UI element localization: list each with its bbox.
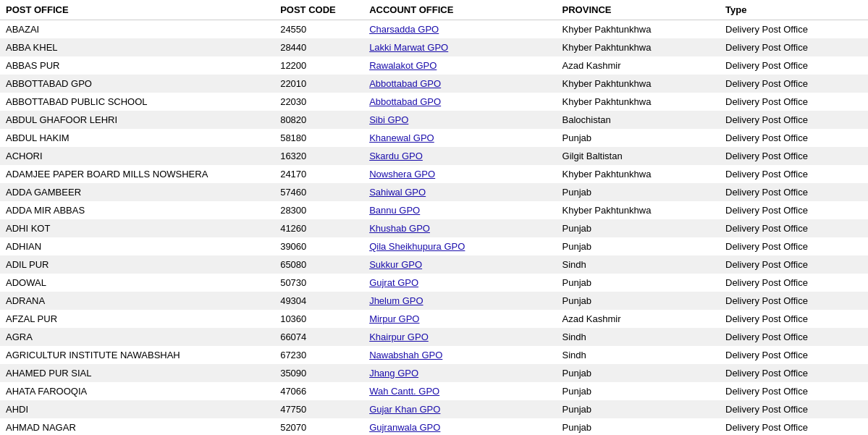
cell-province: Sindh [557, 346, 720, 364]
account-office-link[interactable]: Sibi GPO [369, 114, 408, 125]
cell-account-office[interactable]: Khanewal GPO [363, 129, 556, 147]
table-row: AGRA66074Khairpur GPOSindhDelivery Post … [0, 328, 868, 346]
cell-post-office: ABBOTTABAD GPO [0, 75, 274, 93]
account-office-link[interactable]: Qila Sheikhupura GPO [369, 241, 465, 252]
cell-post-office: AGRA [0, 328, 274, 346]
cell-account-office[interactable]: Wah Cantt. GPO [363, 382, 556, 400]
cell-account-office[interactable]: Jhang GPO [363, 364, 556, 382]
account-office-link[interactable]: Wah Cantt. GPO [369, 386, 439, 397]
cell-account-office[interactable]: Abbottabad GPO [363, 75, 556, 93]
cell-post-code: 49304 [274, 292, 363, 310]
cell-type: Delivery Post Office [720, 237, 868, 255]
cell-account-office[interactable]: Bannu GPO [363, 201, 556, 219]
cell-post-code: 47066 [274, 382, 363, 400]
cell-post-office: AHMAD NAGAR [0, 418, 274, 435]
cell-province: Punjab [557, 364, 720, 382]
cell-post-office: ADOWAL [0, 274, 274, 292]
account-office-link[interactable]: Sahiwal GPO [369, 187, 426, 198]
cell-type: Delivery Post Office [720, 292, 868, 310]
account-office-link[interactable]: Gujranwala GPO [369, 422, 440, 433]
account-office-link[interactable]: Jhelum GPO [369, 295, 423, 306]
cell-type: Delivery Post Office [720, 38, 868, 56]
header-account-office: ACCOUNT OFFICE [363, 0, 556, 20]
cell-post-office: ADHI KOT [0, 219, 274, 237]
cell-account-office[interactable]: Mirpur GPO [363, 310, 556, 328]
table-row: ABBOTTABAD GPO22010Abbottabad GPOKhyber … [0, 75, 868, 93]
cell-province: Sindh [557, 328, 720, 346]
account-office-link[interactable]: Nawabshah GPO [369, 350, 442, 360]
cell-account-office[interactable]: Charsadda GPO [363, 20, 556, 39]
cell-account-office[interactable]: Qila Sheikhupura GPO [363, 237, 556, 255]
cell-post-code: 41260 [274, 219, 363, 237]
cell-account-office[interactable]: Khairpur GPO [363, 328, 556, 346]
cell-province: Punjab [557, 219, 720, 237]
account-office-link[interactable]: Gujar Khan GPO [369, 404, 440, 415]
account-office-link[interactable]: Sukkur GPO [369, 259, 422, 270]
account-office-link[interactable]: Mirpur GPO [369, 313, 419, 324]
cell-province: Khyber Pakhtunkhwa [557, 165, 720, 183]
cell-post-code: 22010 [274, 75, 363, 93]
cell-type: Delivery Post Office [720, 400, 868, 418]
cell-post-code: 52070 [274, 418, 363, 435]
account-office-link[interactable]: Charsadda GPO [369, 24, 439, 35]
cell-post-code: 47750 [274, 400, 363, 418]
cell-type: Delivery Post Office [720, 219, 868, 237]
post-office-table: POST OFFICE POST CODE ACCOUNT OFFICE PRO… [0, 0, 868, 435]
table-row: AGRICULTUR INSTITUTE NAWABSHAH67230Nawab… [0, 346, 868, 364]
cell-post-office: ACHORI [0, 147, 274, 165]
account-office-link[interactable]: Lakki Marwat GPO [369, 42, 448, 53]
table-row: ADDA GAMBEER57460Sahiwal GPOPunjabDelive… [0, 183, 868, 201]
cell-account-office[interactable]: Nowshera GPO [363, 165, 556, 183]
cell-type: Delivery Post Office [720, 418, 868, 435]
cell-type: Delivery Post Office [720, 93, 868, 111]
cell-account-office[interactable]: Gujrat GPO [363, 274, 556, 292]
cell-account-office[interactable]: Jhelum GPO [363, 292, 556, 310]
cell-account-office[interactable]: Sukkur GPO [363, 255, 556, 274]
cell-province: Punjab [557, 382, 720, 400]
cell-post-office: AGRICULTUR INSTITUTE NAWABSHAH [0, 346, 274, 364]
cell-account-office[interactable]: Abbottabad GPO [363, 93, 556, 111]
cell-post-code: 57460 [274, 183, 363, 201]
cell-province: Sindh [557, 255, 720, 274]
cell-post-office: AHAMED PUR SIAL [0, 364, 274, 382]
cell-type: Delivery Post Office [720, 382, 868, 400]
cell-post-code: 24170 [274, 165, 363, 183]
table-row: ADRANA49304Jhelum GPOPunjabDelivery Post… [0, 292, 868, 310]
cell-post-code: 67230 [274, 346, 363, 364]
cell-type: Delivery Post Office [720, 75, 868, 93]
cell-post-code: 22030 [274, 93, 363, 111]
cell-post-code: 58180 [274, 129, 363, 147]
cell-account-office[interactable]: Nawabshah GPO [363, 346, 556, 364]
cell-account-office[interactable]: Gujranwala GPO [363, 418, 556, 435]
cell-account-office[interactable]: Sibi GPO [363, 111, 556, 129]
account-office-link[interactable]: Jhang GPO [369, 368, 418, 379]
cell-account-office[interactable]: Khushab GPO [363, 219, 556, 237]
cell-province: Punjab [557, 418, 720, 435]
account-office-link[interactable]: Abbottabad GPO [369, 96, 441, 107]
cell-account-office[interactable]: Sahiwal GPO [363, 183, 556, 201]
account-office-link[interactable]: Rawalakot GPO [369, 60, 437, 71]
table-row: AHATA FAROOQIA47066Wah Cantt. GPOPunjabD… [0, 382, 868, 400]
main-table-container: POST OFFICE POST CODE ACCOUNT OFFICE PRO… [0, 0, 868, 435]
cell-account-office[interactable]: Lakki Marwat GPO [363, 38, 556, 56]
table-row: ADOWAL50730Gujrat GPOPunjabDelivery Post… [0, 274, 868, 292]
cell-post-code: 39060 [274, 237, 363, 255]
account-office-link[interactable]: Nowshera GPO [369, 169, 435, 180]
cell-post-office: ABDUL HAKIM [0, 129, 274, 147]
account-office-link[interactable]: Khairpur GPO [369, 331, 429, 342]
table-row: ABDUL GHAFOOR LEHRI80820Sibi GPOBalochis… [0, 111, 868, 129]
cell-post-code: 10360 [274, 310, 363, 328]
account-office-link[interactable]: Bannu GPO [369, 205, 420, 216]
cell-account-office[interactable]: Rawalakot GPO [363, 56, 556, 75]
cell-province: Punjab [557, 292, 720, 310]
cell-post-office: ADDA GAMBEER [0, 183, 274, 201]
cell-post-office: ABBAS PUR [0, 56, 274, 75]
account-office-link[interactable]: Skardu GPO [369, 151, 423, 161]
cell-province: Azad Kashmir [557, 56, 720, 75]
account-office-link[interactable]: Gujrat GPO [369, 277, 418, 288]
account-office-link[interactable]: Khanewal GPO [369, 132, 434, 143]
cell-account-office[interactable]: Gujar Khan GPO [363, 400, 556, 418]
account-office-link[interactable]: Khushab GPO [369, 223, 430, 234]
cell-account-office[interactable]: Skardu GPO [363, 147, 556, 165]
account-office-link[interactable]: Abbottabad GPO [369, 78, 441, 89]
